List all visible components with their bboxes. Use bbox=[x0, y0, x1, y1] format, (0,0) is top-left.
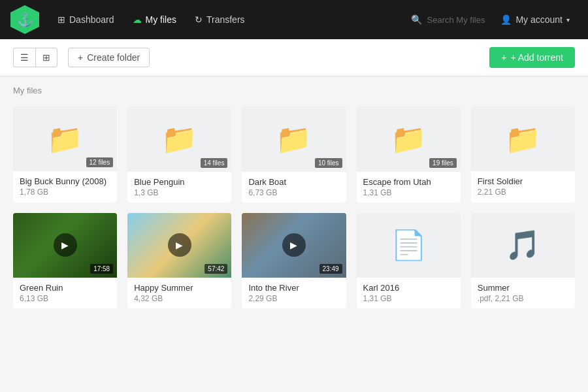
duration-badge: 57:42 bbox=[204, 264, 227, 274]
file-size: 6,73 GB bbox=[248, 188, 339, 197]
file-name: Karl 2016 bbox=[363, 283, 454, 293]
duration-badge: 23:49 bbox=[319, 264, 342, 274]
folder-icon: 📁 bbox=[47, 122, 83, 156]
document-icon: 📄 bbox=[391, 228, 427, 262]
list-view-icon: ☰ bbox=[20, 52, 29, 63]
file-size: 1,3 GB bbox=[134, 188, 225, 197]
file-thumbnail: 📄 bbox=[357, 213, 461, 278]
search-placeholder: Search My files bbox=[427, 15, 485, 25]
dashboard-icon: ⊞ bbox=[57, 14, 65, 25]
file-item[interactable]: ▶ 23:49 Into the River 2,29 GB bbox=[242, 213, 346, 309]
file-info: Green Ruin 6,13 GB bbox=[13, 278, 117, 308]
account-label: My account bbox=[515, 14, 563, 25]
file-info: Dark Boat 6,73 GB bbox=[242, 172, 346, 203]
file-thumbnail: 📁 12 files bbox=[13, 106, 117, 171]
file-item[interactable]: 📁 12 files Big Buck Bunny (2008) 1,78 GB bbox=[13, 106, 117, 203]
file-size: .pdf, 2,21 GB bbox=[478, 294, 568, 303]
navbar: ⚓ ⊞ Dashboard ☁ My files ↻ Transfers 🔍 S… bbox=[0, 0, 588, 39]
breadcrumb: My files bbox=[0, 76, 588, 101]
file-item[interactable]: ▶ 57:42 Happy Summer 4,32 GB bbox=[127, 213, 231, 309]
create-folder-plus-icon: + bbox=[78, 52, 83, 63]
logo[interactable]: ⚓ bbox=[10, 5, 39, 34]
file-info: Summer .pdf, 2,21 GB bbox=[471, 278, 575, 308]
file-name: First Soldier bbox=[478, 176, 568, 186]
create-folder-label: Create folder bbox=[87, 52, 140, 63]
grid-view-icon: ⊞ bbox=[42, 52, 50, 63]
account-menu[interactable]: 👤 My account ▾ bbox=[493, 9, 578, 30]
file-info: Escape from Utah 1,31 GB bbox=[357, 172, 461, 203]
search-icon: 🔍 bbox=[411, 14, 422, 25]
file-size: 1,31 GB bbox=[363, 188, 454, 197]
file-name: Escape from Utah bbox=[363, 177, 454, 187]
file-name: Big Buck Bunny (2008) bbox=[20, 176, 110, 186]
file-thumbnail: 📁 10 files bbox=[242, 106, 346, 172]
folder-icon: 📁 bbox=[276, 122, 312, 156]
nav-dashboard-label: Dashboard bbox=[69, 14, 114, 25]
folder-icon: 📁 bbox=[391, 122, 427, 156]
file-item[interactable]: 📁 14 files Blue Penguin 1,3 GB bbox=[127, 106, 231, 203]
file-info: First Soldier 2,21 GB bbox=[471, 171, 575, 202]
file-item[interactable]: ▶ 17:58 Green Ruin 6,13 GB bbox=[13, 213, 117, 309]
files-grid: 📁 12 files Big Buck Bunny (2008) 1,78 GB… bbox=[0, 101, 588, 321]
file-item[interactable]: 🎵 Summer .pdf, 2,21 GB bbox=[471, 213, 575, 309]
view-toggle: ☰ ⊞ bbox=[13, 48, 57, 67]
nav-my-files[interactable]: ☁ My files bbox=[125, 9, 184, 30]
grid-view-button[interactable]: ⊞ bbox=[35, 48, 57, 67]
file-name: Dark Boat bbox=[248, 177, 339, 187]
file-name: Summer bbox=[478, 283, 568, 293]
play-button-overlay: ▶ bbox=[282, 233, 306, 257]
file-info: Happy Summer 4,32 GB bbox=[127, 278, 231, 308]
file-name: Happy Summer bbox=[134, 283, 225, 293]
logo-anchor-icon: ⚓ bbox=[17, 13, 33, 26]
file-count-badge: 10 files bbox=[315, 158, 342, 168]
add-torrent-button[interactable]: + + Add torrent bbox=[489, 47, 575, 68]
chevron-down-icon: ▾ bbox=[566, 16, 570, 24]
file-info: Big Buck Bunny (2008) 1,78 GB bbox=[13, 171, 117, 202]
file-thumbnail: 📁 14 files bbox=[127, 106, 231, 172]
file-name: Into the River bbox=[248, 283, 339, 293]
duration-badge: 17:58 bbox=[90, 264, 113, 274]
file-size: 2,29 GB bbox=[248, 294, 339, 303]
transfer-icon: ↻ bbox=[195, 14, 203, 25]
add-torrent-plus-icon: + bbox=[501, 52, 506, 63]
file-item[interactable]: 📄 Karl 2016 1,31 GB bbox=[357, 213, 461, 309]
file-item[interactable]: 📁 19 files Escape from Utah 1,31 GB bbox=[357, 106, 461, 203]
toolbar: ☰ ⊞ + Create folder + + Add torrent bbox=[0, 39, 588, 76]
file-name: Green Ruin bbox=[20, 283, 110, 293]
play-button-overlay: ▶ bbox=[54, 233, 77, 257]
file-thumbnail: 🎵 bbox=[471, 213, 575, 278]
nav-transfers[interactable]: ↻ Transfers bbox=[187, 9, 253, 30]
add-torrent-label: + Add torrent bbox=[510, 52, 563, 63]
create-folder-button[interactable]: + Create folder bbox=[68, 48, 150, 67]
file-info: Into the River 2,29 GB bbox=[242, 278, 346, 308]
file-item[interactable]: 📁 First Soldier 2,21 GB bbox=[471, 106, 575, 203]
toolbar-left: ☰ ⊞ + Create folder bbox=[13, 48, 150, 67]
file-name: Blue Penguin bbox=[134, 177, 225, 187]
breadcrumb-my-files[interactable]: My files bbox=[13, 86, 42, 95]
file-thumbnail: 📁 19 files bbox=[357, 106, 461, 172]
nav-transfers-label: Transfers bbox=[206, 14, 245, 25]
file-count-badge: 12 files bbox=[86, 157, 114, 167]
file-thumbnail: ▶ 57:42 bbox=[127, 213, 231, 278]
file-count-badge: 19 files bbox=[429, 158, 457, 168]
folder-icon: 📁 bbox=[161, 122, 197, 156]
file-thumbnail: ▶ 17:58 bbox=[13, 213, 117, 278]
nav-links: ⊞ Dashboard ☁ My files ↻ Transfers bbox=[50, 9, 403, 30]
file-info: Blue Penguin 1,3 GB bbox=[127, 172, 231, 203]
file-item[interactable]: 📁 10 files Dark Boat 6,73 GB bbox=[242, 106, 346, 203]
nav-dashboard[interactable]: ⊞ Dashboard bbox=[50, 9, 122, 30]
search-box[interactable]: 🔍 Search My files bbox=[403, 10, 493, 29]
file-size: 2,21 GB bbox=[478, 188, 568, 197]
account-icon: 👤 bbox=[500, 14, 512, 25]
file-count-badge: 14 files bbox=[201, 158, 228, 168]
play-button-overlay: ▶ bbox=[168, 233, 191, 257]
file-size: 6,13 GB bbox=[20, 294, 110, 303]
file-size: 4,32 GB bbox=[134, 294, 225, 303]
cloud-icon: ☁ bbox=[133, 14, 142, 25]
music-icon: 🎵 bbox=[505, 228, 541, 262]
file-thumbnail: ▶ 23:49 bbox=[242, 213, 346, 278]
file-size: 1,78 GB bbox=[20, 188, 110, 197]
file-size: 1,31 GB bbox=[363, 294, 454, 303]
list-view-button[interactable]: ☰ bbox=[13, 48, 35, 67]
file-thumbnail: 📁 bbox=[471, 106, 575, 171]
